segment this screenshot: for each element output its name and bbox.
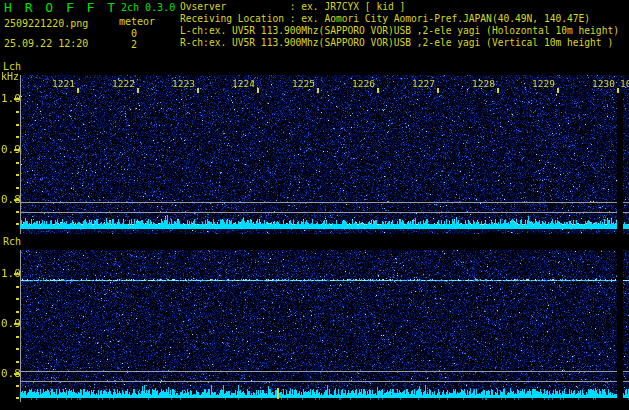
freq-tick: [16, 162, 19, 164]
freq-tick: [16, 361, 19, 363]
time-label-partial: 10: [620, 79, 629, 89]
time-label-1224: 1224: [232, 79, 255, 89]
meteor-count-bottom: 2: [131, 40, 137, 50]
freq-tick: [16, 397, 19, 399]
freq-tick: [16, 111, 19, 113]
time-label-1228: 1228: [472, 79, 495, 89]
lch-freq-label-0_8: 0.8: [1, 194, 21, 205]
time-label-1225: 1225: [292, 79, 315, 89]
time-label-1230: 1230: [592, 79, 615, 89]
rch-freq-label-0_9: 0.9: [1, 318, 21, 329]
time-label-1221: 1221: [52, 79, 75, 89]
freq-tick: [16, 336, 19, 338]
app-title: H R O F F T: [4, 1, 118, 14]
rch-rx-line: R-ch:ex. UV5R 113.900Mhz(SAPPORO VOR)USB…: [180, 38, 613, 48]
app-version: 2ch 0.3.0: [121, 3, 175, 13]
lch-freq-label-1_0: 1.0: [1, 93, 21, 104]
lch-spectrogram: [20, 75, 629, 234]
freq-tick: [16, 211, 19, 213]
freq-tick: [16, 385, 19, 387]
freq-tick: [16, 311, 19, 313]
freq-tick: [16, 223, 19, 225]
freq-tick: [16, 124, 19, 126]
hrofft-window: H R O F F T 2ch 0.3.0 2509221220.png met…: [0, 0, 629, 410]
lch-freq-label-0_9: 0.9: [1, 144, 21, 155]
freq-tick: [16, 136, 19, 138]
time-label-1223: 1223: [172, 79, 195, 89]
time-label-1226: 1226: [352, 79, 375, 89]
lch-freq-unit: kHz: [1, 72, 19, 82]
freq-tick: [16, 174, 19, 176]
rch-spectrogram: [20, 250, 629, 402]
mode-label: meteor: [119, 17, 155, 27]
lch-rx-line: L-ch:ex. UV5R 113.900Mhz(SAPPORO VOR)USB…: [180, 26, 619, 36]
freq-tick: [16, 187, 19, 189]
filename-label: 2509221220.png: [4, 19, 88, 29]
rch-channel-label: Rch: [3, 237, 21, 247]
time-label-1229: 1229: [532, 79, 555, 89]
meteor-count-top: 0: [131, 29, 137, 39]
freq-tick: [16, 348, 19, 350]
freq-tick: [16, 286, 19, 288]
rch-freq-label-1_0: 1.0: [1, 268, 21, 279]
freq-tick: [16, 298, 19, 300]
rch-freq-label-0_8: 0.8: [1, 368, 21, 379]
datetime-label: 25.09.22 12:20: [4, 39, 88, 49]
location-line: Receiving Location : ex. Aomori City Aom…: [180, 14, 590, 24]
time-label-1222: 1222: [112, 79, 135, 89]
time-label-1227: 1227: [412, 79, 435, 89]
observer-line: Ovserver : ex. JR7CYX [ kid ]: [180, 2, 405, 12]
